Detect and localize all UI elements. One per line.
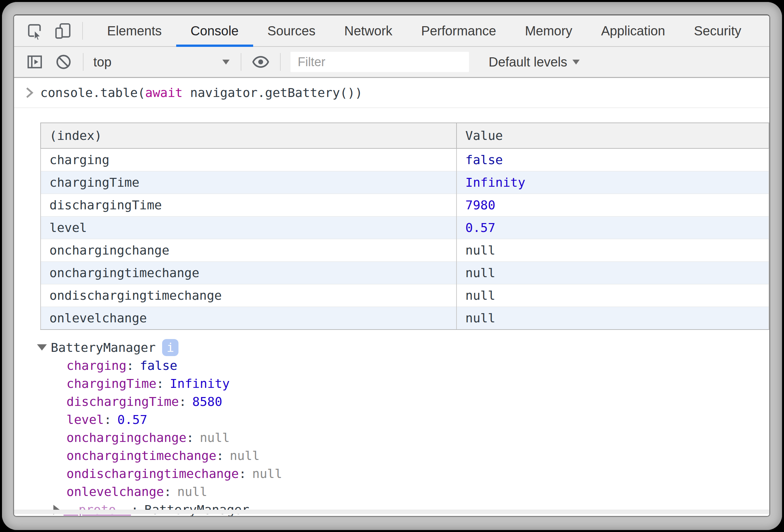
- colon: :: [127, 358, 134, 373]
- filter-input[interactable]: [290, 52, 469, 72]
- row-value: null: [456, 307, 769, 330]
- console-command-code: console.table(await navigator.getBattery…: [40, 85, 363, 100]
- property-value: false: [140, 358, 177, 373]
- column-header-value[interactable]: Value: [456, 123, 769, 148]
- row-value: 7980: [456, 194, 769, 217]
- row-value: Infinity: [456, 171, 769, 194]
- colon: :: [239, 467, 246, 481]
- value-info-badge-icon[interactable]: i: [162, 339, 178, 356]
- property-name: chargingTime: [66, 376, 157, 391]
- row-key: level: [40, 217, 456, 239]
- property-name: onchargingchange: [66, 430, 186, 445]
- code-keyword-await: await: [145, 85, 183, 100]
- clear-console-icon[interactable]: [54, 52, 73, 72]
- table-row: chargingTime Infinity: [40, 171, 769, 194]
- property-name: ondischargingtimechange: [66, 467, 239, 481]
- property-value: null: [177, 484, 207, 499]
- live-expression-eye-icon[interactable]: [251, 52, 270, 72]
- colon: :: [164, 484, 171, 499]
- prompt-chevron-icon: [24, 86, 35, 99]
- table-header-row: (index) Value: [40, 123, 769, 148]
- devtools-screenshot: Elements Console Sources Network Perform…: [0, 0, 784, 532]
- console-sidebar-icon[interactable]: [25, 52, 44, 72]
- inspect-element-icon[interactable]: [25, 21, 44, 40]
- object-property-row: chargingTime:Infinity: [14, 374, 769, 392]
- toolbar-separator: [82, 22, 83, 39]
- tab-sources[interactable]: Sources: [253, 16, 330, 46]
- object-property-row: dischargingTime:8580: [14, 392, 769, 411]
- object-property-row: onchargingtimechange:null: [14, 447, 769, 465]
- device-toolbar-icon[interactable]: [53, 21, 73, 40]
- property-name: dischargingTime: [66, 394, 179, 409]
- row-key: onlevelchange: [40, 307, 456, 330]
- tab-application[interactable]: Application: [587, 16, 679, 46]
- table-row: charging false: [40, 148, 769, 171]
- panel-tabs: Elements Console Sources Network Perform…: [93, 16, 756, 46]
- table-row: onchargingtimechange null: [40, 262, 769, 284]
- proto-row[interactable]: __proto__:BatteryManager: [14, 501, 769, 517]
- property-name: onlevelchange: [66, 484, 164, 499]
- console-command-row[interactable]: console.table(await navigator.getBattery…: [14, 78, 769, 108]
- table-row: ondischargingtimechange null: [40, 284, 769, 307]
- collapse-triangle-icon[interactable]: [37, 344, 47, 351]
- devtools-window: Elements Console Sources Network Perform…: [13, 15, 770, 517]
- console-toolbar: top Default levels: [14, 47, 769, 78]
- property-value: Infinity: [170, 376, 230, 391]
- battery-manager-object-tree: BatteryManager i charging:false charging…: [14, 338, 769, 517]
- colon: :: [179, 394, 186, 409]
- row-value: null: [456, 284, 769, 307]
- object-constructor-name: BatteryManager: [51, 340, 156, 355]
- row-value: 0.57: [456, 217, 769, 239]
- row-key: ondischargingtimechange: [40, 284, 456, 307]
- table-row: onlevelchange null: [40, 307, 769, 330]
- code-segment: console.table(: [40, 85, 145, 100]
- toolbar-separator: [241, 53, 241, 71]
- chevron-down-icon: [572, 60, 580, 64]
- object-property-row: level:0.57: [14, 411, 769, 428]
- row-value: null: [456, 239, 769, 262]
- property-value: 0.57: [117, 413, 147, 427]
- toolbar-separator: [280, 53, 281, 71]
- row-key: onchargingtimechange: [40, 262, 456, 284]
- object-root-row[interactable]: BatteryManager i: [14, 338, 769, 357]
- window-bottom-strip: [14, 510, 769, 514]
- tab-memory[interactable]: Memory: [510, 16, 587, 46]
- property-value: null: [230, 448, 260, 463]
- tab-security[interactable]: Security: [679, 16, 756, 46]
- object-property-row: charging:false: [14, 357, 769, 374]
- property-name: charging: [66, 358, 127, 373]
- console-output: (index) Value charging false chargingTim…: [14, 108, 769, 517]
- row-key: charging: [40, 148, 456, 171]
- colon: :: [186, 430, 194, 445]
- row-key: dischargingTime: [40, 194, 456, 217]
- property-name: level: [66, 413, 104, 427]
- tab-console[interactable]: Console: [176, 16, 253, 46]
- row-key: onchargingchange: [40, 239, 456, 262]
- property-value: null: [200, 430, 230, 445]
- table-row: level 0.57: [40, 217, 769, 239]
- row-key: chargingTime: [40, 171, 456, 194]
- javascript-context-dropdown[interactable]: top: [84, 47, 241, 77]
- tab-elements[interactable]: Elements: [93, 16, 176, 46]
- column-header-index[interactable]: (index): [40, 123, 456, 148]
- context-label: top: [93, 55, 112, 69]
- colon: :: [104, 413, 111, 427]
- tab-network[interactable]: Network: [330, 16, 407, 46]
- object-property-row: onlevelchange:null: [14, 482, 769, 501]
- colon: :: [217, 448, 224, 463]
- code-segment: navigator.getBattery()): [183, 85, 363, 100]
- row-value: null: [456, 262, 769, 284]
- console-table-result: (index) Value charging false chargingTim…: [40, 122, 769, 330]
- property-name: onchargingtimechange: [66, 448, 217, 463]
- chevron-down-icon: [222, 60, 230, 64]
- log-levels-dropdown[interactable]: Default levels: [488, 55, 580, 69]
- property-value: 8580: [192, 394, 222, 409]
- main-tab-bar: Elements Console Sources Network Perform…: [14, 16, 769, 47]
- object-property-row: ondischargingtimechange:null: [14, 465, 769, 482]
- property-value: null: [252, 467, 282, 481]
- colon: :: [157, 376, 164, 391]
- table-row: dischargingTime 7980: [40, 194, 769, 217]
- log-levels-label: Default levels: [488, 55, 567, 69]
- tab-performance[interactable]: Performance: [407, 16, 510, 46]
- table-row: onchargingchange null: [40, 239, 769, 262]
